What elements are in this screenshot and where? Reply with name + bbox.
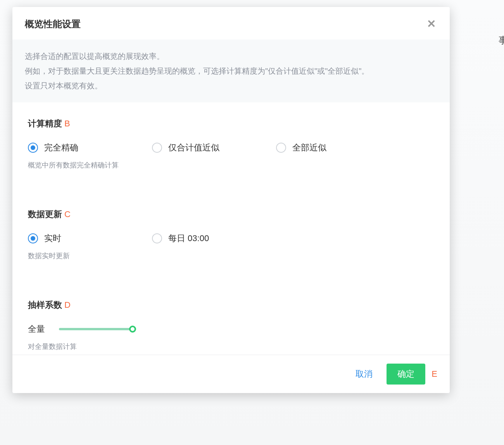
radio-option-daily[interactable]: 每日 03:00 bbox=[152, 233, 268, 244]
badge-e: E bbox=[432, 369, 437, 379]
section-sampling: 抽样系数 D 全量 对全量数据计算 bbox=[28, 299, 434, 351]
badge-c: C bbox=[64, 209, 71, 219]
performance-settings-modal: 概览性能设置 ✕ 选择合适的配置以提高概览的展现效率。 例如，对于数据量大且更关… bbox=[12, 7, 450, 393]
radio-option-approx-totals[interactable]: 仅合计值近似 bbox=[152, 142, 268, 154]
sampling-slider-row: 全量 bbox=[28, 323, 434, 335]
section-title-row: 抽样系数 D bbox=[28, 299, 434, 311]
sampling-slider[interactable] bbox=[59, 328, 133, 330]
section-hint-sampling: 对全量数据计算 bbox=[28, 342, 434, 351]
radio-label: 完全精确 bbox=[44, 142, 78, 154]
radio-option-exact[interactable]: 完全精确 bbox=[28, 142, 144, 154]
radio-icon bbox=[276, 143, 286, 153]
radio-icon bbox=[152, 143, 162, 153]
radio-group-update: 实时 每日 03:00 bbox=[28, 233, 434, 244]
radio-label: 实时 bbox=[44, 233, 61, 244]
modal-body: 计算精度 B 完全精确 仅合计值近似 全部近似 概览中所有数据完全精确计算 bbox=[12, 102, 450, 355]
modal-description-line: 选择合适的配置以提高概览的展现效率。 bbox=[25, 49, 437, 64]
section-hint-update: 数据实时更新 bbox=[28, 251, 434, 260]
radio-icon bbox=[152, 233, 162, 243]
modal-description-line: 例如，对于数据量大且更关注数据趋势呈现的概览，可选择计算精度为"仅合计值近似"或… bbox=[25, 64, 437, 78]
modal-title: 概览性能设置 bbox=[25, 18, 81, 30]
section-title-row: 计算精度 B bbox=[28, 118, 434, 129]
section-update: 数据更新 C 实时 每日 03:00 数据实时更新 bbox=[28, 209, 434, 260]
radio-option-approx-all[interactable]: 全部近似 bbox=[276, 142, 392, 154]
radio-label: 每日 03:00 bbox=[168, 233, 209, 244]
badge-d: D bbox=[64, 300, 71, 310]
close-icon[interactable]: ✕ bbox=[425, 17, 437, 31]
modal-description: 选择合适的配置以提高概览的展现效率。 例如，对于数据量大且更关注数据趋势呈现的概… bbox=[12, 40, 450, 102]
radio-label: 仅合计值近似 bbox=[168, 142, 219, 154]
slider-handle-icon[interactable] bbox=[129, 326, 136, 333]
radio-icon bbox=[28, 143, 38, 153]
cancel-button[interactable]: 取消 bbox=[351, 365, 377, 383]
bg-text-fragment-right: 事 bbox=[499, 34, 504, 47]
section-title-update: 数据更新 bbox=[28, 209, 62, 220]
radio-option-realtime[interactable]: 实时 bbox=[28, 233, 144, 244]
section-title-row: 数据更新 C bbox=[28, 209, 434, 220]
radio-icon bbox=[28, 233, 38, 243]
confirm-button[interactable]: 确定 bbox=[387, 364, 425, 385]
section-title-precision: 计算精度 bbox=[28, 118, 62, 129]
section-title-sampling: 抽样系数 bbox=[28, 299, 62, 311]
sampling-value-label: 全量 bbox=[28, 323, 47, 335]
section-hint-precision: 概览中所有数据完全精确计算 bbox=[28, 160, 434, 170]
modal-header: 概览性能设置 ✕ bbox=[12, 7, 450, 40]
modal-description-line: 设置只对本概览有效。 bbox=[25, 78, 437, 93]
badge-b: B bbox=[64, 119, 70, 129]
radio-label: 全部近似 bbox=[292, 142, 326, 154]
section-precision: 计算精度 B 完全精确 仅合计值近似 全部近似 概览中所有数据完全精确计算 bbox=[28, 118, 434, 170]
radio-group-precision: 完全精确 仅合计值近似 全部近似 bbox=[28, 142, 434, 154]
modal-footer: 取消 确定 E bbox=[12, 355, 450, 393]
